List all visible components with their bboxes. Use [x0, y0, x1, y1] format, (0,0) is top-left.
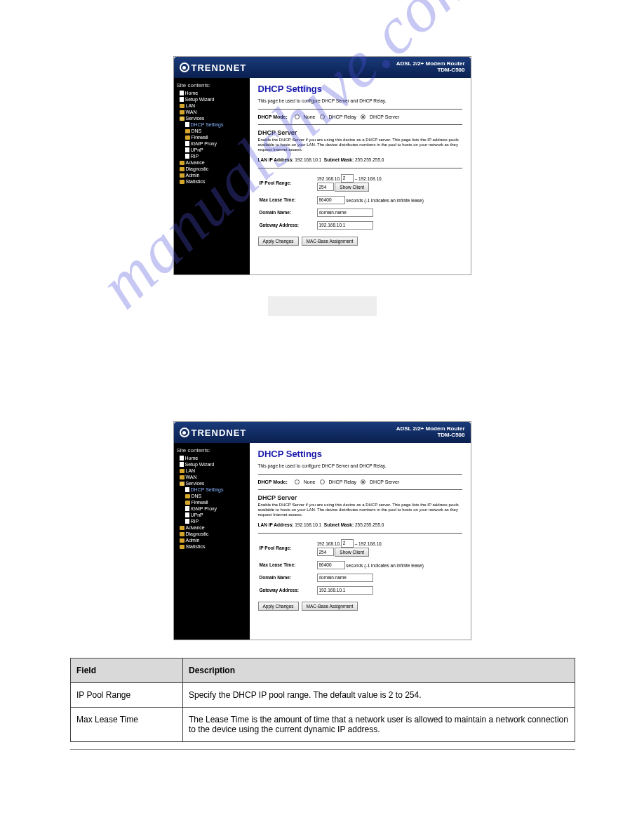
domain-label: Domain Name: [260, 572, 316, 583]
sidebar-item-setup-wizard[interactable]: Setup Wizard [175, 461, 248, 468]
lan-ip-value: 192.168.10.1 [295, 522, 321, 527]
sidebar-item-admin[interactable]: Admin [175, 537, 248, 543]
sidebar-item-label: UPnP [191, 147, 203, 152]
sidebar-item-statistics[interactable]: Statistics [175, 543, 248, 550]
sidebar-item-igmp[interactable]: IGMP Proxy [175, 140, 248, 147]
sidebar-item-label: Services [186, 116, 205, 121]
mac-base-button[interactable]: MAC-Base Assignment [302, 602, 358, 611]
sidebar-item-upnp[interactable]: UPnP [175, 512, 248, 518]
sidebar-item-wan[interactable]: WAN [175, 474, 248, 480]
gateway-input[interactable] [317, 586, 373, 595]
router-screenshot-2: TRENDNET ADSL 2/2+ Modem Router TDM-C500… [173, 421, 471, 640]
subnet-value: 255.255.255.0 [355, 522, 384, 527]
field-description-table: Field Description IP Pool Range Specify … [70, 658, 575, 742]
domain-input[interactable] [317, 208, 373, 217]
router-header: TRENDNET ADSL 2/2+ Modem Router TDM-C500 [174, 57, 471, 78]
sidebar-item-label: WAN [186, 110, 197, 114]
sidebar-item-firewall[interactable]: Firewall [175, 134, 248, 140]
sidebar-item-statistics[interactable]: Statistics [175, 178, 248, 185]
sidebar-item-upnp[interactable]: UPnP [175, 147, 248, 153]
ip-pool-end-input[interactable] [317, 548, 334, 556]
domain-label: Domain Name: [260, 207, 316, 218]
sidebar-item-rip[interactable]: RIP [175, 153, 248, 159]
lan-ip-value: 192.168.10.1 [295, 157, 321, 162]
mac-base-button[interactable]: MAC-Base Assignment [302, 237, 358, 246]
max-lease-input[interactable] [317, 561, 345, 569]
sidebar-item-label: Home [185, 91, 199, 95]
radio-relay-label: DHCP Relay [329, 114, 357, 119]
sidebar-item-label: Advance [186, 525, 205, 530]
sidebar-item-dns[interactable]: DNS [175, 493, 248, 499]
sidebar-item-lan[interactable]: LAN [175, 468, 248, 474]
sidebar-item-home[interactable]: Home [175, 90, 248, 96]
sidebar-item-rip[interactable]: RIP [175, 518, 248, 524]
radio-server[interactable] [361, 479, 365, 484]
sidebar-item-igmp[interactable]: IGMP Proxy [175, 505, 248, 512]
divider [258, 124, 462, 125]
sidebar-item-dhcp[interactable]: DHCP Settings [175, 121, 248, 128]
folder-icon [185, 135, 190, 140]
ip-pool-start-input[interactable] [341, 174, 354, 183]
brand-text: TRENDNET [192, 428, 247, 438]
table-header-field: Field [71, 658, 183, 683]
dhcp-server-desc: Enable the DHCP Server if you are using … [258, 138, 462, 153]
page-desc: This page be used to configure DHCP Serv… [258, 98, 462, 103]
sidebar-item-label: DHCP Settings [191, 487, 224, 492]
main-panel: DHCP Settings This page be used to confi… [250, 443, 471, 640]
ip-pool-end-input[interactable] [317, 183, 334, 191]
radio-relay[interactable] [320, 114, 325, 119]
page-icon [185, 487, 189, 492]
max-lease-input[interactable] [317, 196, 345, 204]
sidebar-item-label: RIP [191, 519, 199, 524]
dhcp-form: IP Pool Range: 192.168.10. – 192.168.10.… [258, 171, 428, 232]
ip-pool-prefix: 192.168.10. [317, 176, 341, 180]
table-cell-desc: The Lease Time is the amount of time tha… [183, 708, 575, 742]
brand-logo: TRENDNET [180, 428, 247, 438]
radio-none[interactable] [295, 114, 300, 119]
sidebar-item-services[interactable]: Services [175, 480, 248, 486]
dash: – [355, 176, 358, 180]
radio-server[interactable] [361, 114, 365, 119]
brand-text: TRENDNET [192, 62, 247, 73]
radio-relay[interactable] [320, 479, 325, 484]
device-model: ADSL 2/2+ Modem Router TDM-C500 [396, 61, 465, 74]
gateway-input[interactable] [317, 221, 373, 230]
table-row: Max Lease Time The Lease Time is the amo… [71, 708, 575, 742]
sidebar-item-advance[interactable]: Advance [175, 159, 248, 166]
folder-icon [180, 538, 185, 543]
sidebar-item-dhcp[interactable]: DHCP Settings [175, 486, 248, 493]
sidebar-item-admin[interactable]: Admin [175, 172, 248, 178]
folder-icon [180, 526, 185, 530]
sidebar-item-diagnostic[interactable]: Diagnostic [175, 531, 248, 537]
show-client-button[interactable]: Show Client [335, 183, 369, 192]
radio-none[interactable] [295, 479, 300, 484]
sidebar-item-lan[interactable]: LAN [175, 102, 248, 109]
sidebar-item-wan[interactable]: WAN [175, 109, 248, 115]
domain-input[interactable] [317, 574, 373, 582]
radio-none-label: None [304, 479, 316, 484]
ip-pool-start-input[interactable] [341, 539, 354, 548]
sidebar-item-advance[interactable]: Advance [175, 524, 248, 531]
device-model: ADSL 2/2+ Modem Router TDM-C500 [396, 426, 465, 439]
device-line2: TDM-C500 [396, 432, 465, 439]
apply-changes-button[interactable]: Apply Changes [258, 237, 299, 246]
sidebar-item-label: Diagnostic [186, 166, 209, 171]
sidebar-item-setup-wizard[interactable]: Setup Wizard [175, 96, 248, 102]
sidebar-item-label: IGMP Proxy [191, 141, 217, 146]
sidebar-item-services[interactable]: Services [175, 115, 248, 121]
ip-pool-prefix2: 192.168.10. [358, 176, 382, 180]
show-client-button[interactable]: Show Client [335, 548, 369, 557]
footer-divider [70, 749, 575, 750]
sidebar-item-diagnostic[interactable]: Diagnostic [175, 166, 248, 172]
dhcp-form: IP Pool Range: 192.168.10. – 192.168.10.… [258, 536, 428, 597]
dash: – [355, 541, 358, 545]
folder-icon [180, 469, 185, 473]
sidebar-item-dns[interactable]: DNS [175, 128, 248, 134]
radio-server-label: DHCP Server [370, 114, 399, 119]
sidebar-item-home[interactable]: Home [175, 455, 248, 461]
lan-ip-label: LAN IP Address: [258, 522, 294, 527]
sidebar-item-firewall[interactable]: Firewall [175, 499, 248, 505]
page-icon [185, 154, 189, 159]
table-cell-label: IP Pool Range [71, 683, 183, 708]
apply-changes-button[interactable]: Apply Changes [258, 602, 299, 611]
